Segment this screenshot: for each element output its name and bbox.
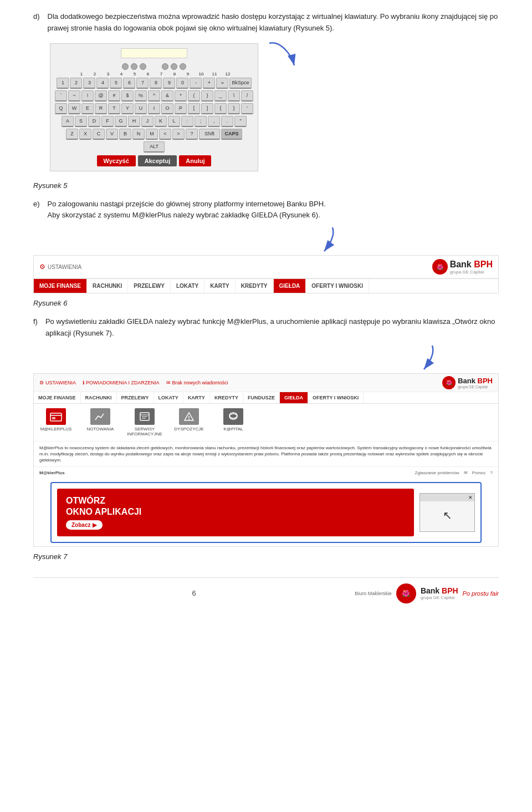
key-f[interactable]: F [101, 116, 114, 127]
key-comma[interactable]: , [208, 116, 220, 127]
key-q[interactable]: Q [55, 103, 67, 114]
nav-item-przelewy[interactable]: PRZELEWY [128, 279, 171, 293]
key-2[interactable]: 2 [70, 78, 82, 89]
key-lparen[interactable]: ( [188, 90, 200, 101]
key-8[interactable]: 8 [150, 78, 162, 89]
mkler-icon-serwisy[interactable]: SERWISY INFORMACYJNE [128, 408, 161, 437]
key-u[interactable]: U [135, 103, 147, 114]
mkler-nav-moje[interactable]: MOJE FINANSE [34, 392, 81, 403]
nav-item-lokaty[interactable]: LOKATY [171, 279, 204, 293]
key-3[interactable]: 3 [83, 78, 95, 89]
nav-item-karty[interactable]: KARTY [204, 279, 235, 293]
nav-item-kredyty[interactable]: KREDYTY [236, 279, 274, 293]
key-lbracket[interactable]: [ [188, 103, 200, 114]
key-minus[interactable]: - [190, 78, 202, 89]
mkler-nav-kredyty[interactable]: KREDYTY [210, 392, 243, 403]
key-r[interactable]: R [95, 103, 107, 114]
key-d[interactable]: D [88, 116, 100, 127]
key-tilde[interactable]: ~ [68, 90, 80, 101]
key-6[interactable]: 6 [123, 78, 135, 89]
key-at[interactable]: @ [95, 90, 107, 101]
mkler-icon-kapital[interactable]: K@PITAŁ [217, 408, 250, 437]
key-lbrace[interactable]: { [214, 103, 227, 114]
key-semicolon[interactable]: ; [195, 116, 207, 127]
key-1[interactable]: 1 [57, 78, 69, 89]
key-b[interactable]: B [119, 129, 131, 140]
key-5[interactable]: 5 [110, 78, 122, 89]
key-amp[interactable]: & [161, 90, 173, 101]
key-t[interactable]: T [108, 103, 120, 114]
key-7[interactable]: 7 [136, 78, 149, 89]
mkler-icon-mklerplus[interactable]: M@KLERPLUS [39, 408, 73, 437]
key-colon[interactable]: : [181, 116, 193, 127]
key-s[interactable]: S [75, 116, 87, 127]
nav-item-gielda[interactable]: GIEŁDA [274, 279, 306, 293]
key-shift[interactable]: Shift [199, 129, 220, 140]
mkler-nav-przelewy[interactable]: PRZELEWY [117, 392, 154, 403]
keyboard-accept-button[interactable]: Akceptuj [138, 155, 177, 166]
mkler-nav-karty[interactable]: KARTY [183, 392, 210, 403]
key-4[interactable]: 4 [96, 78, 109, 89]
key-k[interactable]: K [155, 116, 167, 127]
key-w[interactable]: W [68, 103, 80, 114]
keyboard-clear-button[interactable]: Wyczyść [97, 155, 136, 166]
key-o[interactable]: O [161, 103, 173, 114]
key-g[interactable]: G [115, 116, 127, 127]
key-m[interactable]: M [146, 129, 158, 140]
mkler-nav-rachunki[interactable]: RACHUNKI [81, 392, 117, 403]
key-z[interactable]: Z [66, 129, 78, 140]
mkler-nav-fundusze[interactable]: FUNDUSZE [243, 392, 280, 403]
key-e[interactable]: E [81, 103, 94, 114]
key-under[interactable]: _ [214, 90, 227, 101]
key-period[interactable]: . [221, 116, 233, 127]
key-p[interactable]: P [175, 103, 187, 114]
nav-item-oferty[interactable]: OFERTY I WNIOSKI [306, 279, 369, 293]
key-caps[interactable]: CAPS [221, 129, 242, 140]
key-rbrace[interactable]: } [228, 103, 240, 114]
key-equals[interactable]: = [216, 78, 228, 89]
section-f: f) Po wyświetleniu zakładki GIEŁDA należ… [33, 316, 499, 339]
key-dquote[interactable]: " [234, 116, 247, 127]
key-dollar[interactable]: $ [121, 90, 134, 101]
key-v[interactable]: V [106, 129, 118, 140]
key-gt[interactable]: > [172, 129, 185, 140]
key-star[interactable]: * [175, 90, 187, 101]
key-y[interactable]: Y [121, 103, 134, 114]
key-plus[interactable]: + [203, 78, 215, 89]
key-lt[interactable]: < [159, 129, 171, 140]
key-question[interactable]: ? [186, 129, 198, 140]
key-slash[interactable]: / [241, 90, 253, 101]
keyboard-input[interactable] [121, 48, 187, 58]
key-alt[interactable]: ALT [144, 141, 165, 153]
mkler-nav-oferty[interactable]: OFERTY I WNIOSKI [308, 392, 364, 403]
nav-item-moje-finanse[interactable]: MOJE FINANSE [34, 279, 87, 293]
key-backtick[interactable]: ` [55, 90, 67, 101]
key-hash[interactable]: # [108, 90, 120, 101]
key-c[interactable]: C [93, 129, 105, 140]
key-h[interactable]: H [128, 116, 140, 127]
key-backspace[interactable]: BkSpce [229, 78, 251, 89]
key-backslash[interactable]: \ [228, 90, 240, 101]
mkler-nav-lokaty[interactable]: LOKATY [154, 392, 183, 403]
keyboard-cancel-button[interactable]: Anuluj [179, 155, 211, 166]
key-n[interactable]: N [132, 129, 145, 140]
otwórz-button[interactable]: Zobacz ▶ [66, 520, 103, 530]
key-x[interactable]: X [79, 129, 91, 140]
nav-item-rachunki[interactable]: RACHUNKI [87, 279, 128, 293]
key-l[interactable]: L [168, 116, 180, 127]
key-i[interactable]: I [148, 103, 160, 114]
key-excl[interactable]: ! [81, 90, 94, 101]
key-quote[interactable]: ' [241, 103, 253, 114]
key-caret[interactable]: ^ [148, 90, 160, 101]
key-rbracket[interactable]: ] [201, 103, 213, 114]
mkler-nav-gielda[interactable]: GIEŁDA [280, 392, 308, 403]
mkler-icon-dyspozycje[interactable]: DYSPOZYCJE [172, 408, 206, 437]
key-rparen[interactable]: ) [201, 90, 213, 101]
key-0[interactable]: 0 [176, 78, 188, 89]
mkler-icon-notowania[interactable]: NOTOWANIA [84, 408, 117, 437]
key-9[interactable]: 9 [163, 78, 175, 89]
mkler-bottom-area: M@klerPlus Zgłaszanie problemów ✉ Pomoc … [34, 467, 498, 479]
key-a[interactable]: A [62, 116, 74, 127]
key-j[interactable]: J [141, 116, 154, 127]
key-pct[interactable]: % [135, 90, 147, 101]
